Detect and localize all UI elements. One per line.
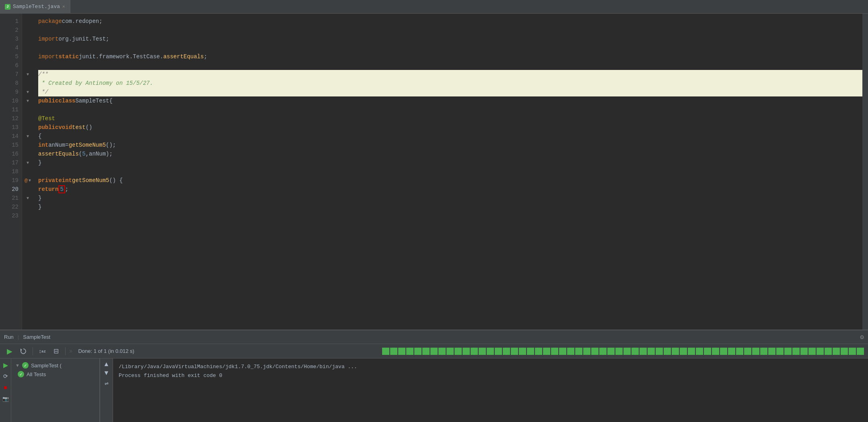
tree-item-sampletest[interactable]: ▼ ✓ SampleTest ( — [11, 361, 99, 370]
gutter-7: ▼ — [22, 70, 33, 79]
line-number-3: 3 — [4, 35, 19, 43]
progress-segment-20 — [543, 348, 550, 355]
progress-segment-50 — [784, 348, 792, 355]
progress-segment-8 — [446, 348, 454, 355]
nav-up-button[interactable]: ▲ — [102, 360, 111, 368]
left-sidebar-icons: ▶ ⟳ ■ 📷 — [0, 358, 11, 422]
run-button[interactable]: ▶ — [4, 346, 15, 357]
progress-segment-41 — [712, 348, 719, 355]
code-line-14: { — [38, 132, 862, 141]
progress-segment-19 — [535, 348, 542, 355]
camera-button[interactable]: 📷 — [1, 394, 10, 404]
line-number-9: 9 — [4, 88, 19, 96]
line-number-18: 18 — [4, 167, 19, 176]
sort-az-button[interactable]: ↕az — [37, 346, 48, 357]
fold-arrow-21[interactable]: ▼ — [27, 196, 29, 201]
gutter-9: ▼ — [22, 88, 33, 96]
gutter-14: ▼ — [22, 132, 33, 141]
tree-arrow-icon: ▼ — [15, 363, 20, 368]
progress-segment-13 — [487, 348, 494, 355]
progress-segment-17 — [519, 348, 526, 355]
java-file-icon: J — [5, 4, 10, 10]
code-container: 1234567891011121314151617181920212223 ▼▼… — [0, 14, 868, 330]
panel-content: ▶ ⟳ ■ 📷 ▼ ✓ SampleTest ( ✓ All Tests ▲ — [0, 358, 868, 422]
tree-label-alltests: All Tests — [27, 371, 46, 377]
code-line-7: /** — [38, 70, 862, 79]
tab-sampletest[interactable]: J SampleTest.java × — [0, 0, 70, 14]
collapse-button[interactable]: ⊟ — [50, 346, 62, 357]
progress-segment-42 — [720, 348, 727, 355]
progress-segment-24 — [575, 348, 582, 355]
rerun2-button[interactable]: ⟳ — [1, 371, 10, 381]
gutter-6 — [22, 61, 33, 70]
progress-segment-10 — [463, 348, 470, 355]
line-number-17: 17 — [4, 158, 19, 167]
panel-separator: | — [18, 334, 19, 340]
line-number-11: 11 — [4, 105, 19, 114]
line-number-16: 16 — [4, 150, 19, 158]
fold-arrow-10[interactable]: ▼ — [27, 99, 29, 103]
stop-button[interactable]: ■ — [1, 383, 10, 392]
code-line-13: public void test() — [38, 123, 862, 132]
tab-close-button[interactable]: × — [62, 4, 65, 9]
fold-arrow-14[interactable]: ▼ — [27, 134, 29, 139]
export-button[interactable]: ⇌ — [103, 380, 110, 387]
gutter-13 — [22, 123, 33, 132]
gutter-17: ▼ — [22, 158, 33, 167]
nav-down-button[interactable]: ▼ — [102, 369, 111, 377]
code-line-11 — [38, 105, 862, 114]
code-content[interactable]: package com.redopen;import org.junit.Tes… — [33, 14, 862, 330]
code-line-21: } — [38, 194, 862, 203]
panel-toolbar: ▶ ↕az ⊟ » Done: 1 of 1 (in 0.012 s) — [0, 344, 868, 358]
nav-col: ▲ ▼ ⇌ — [100, 358, 113, 422]
progress-segment-51 — [792, 348, 800, 355]
console-line-0: /Library/Java/JavaVirtualMachines/jdk1.7… — [119, 363, 862, 371]
test-tree-section: ▶ ⟳ ■ 📷 ▼ ✓ SampleTest ( ✓ All Tests ▲ — [0, 358, 113, 422]
gutter-col: ▼▼▼▼▼@▼▼ — [22, 14, 33, 330]
rerun-left-button[interactable]: ▶ — [1, 360, 10, 370]
progress-segment-22 — [559, 348, 566, 355]
progress-segment-25 — [583, 348, 590, 355]
gutter-5 — [22, 52, 33, 61]
ok-icon-sampletest: ✓ — [22, 362, 29, 369]
line-number-20: 20 — [4, 185, 19, 194]
progress-segment-30 — [623, 348, 631, 355]
fold-arrow-17[interactable]: ▼ — [27, 161, 29, 165]
code-line-17: } — [38, 158, 862, 167]
line-number-8: 8 — [4, 79, 19, 88]
code-line-22: } — [38, 203, 862, 211]
fold-arrow-19[interactable]: ▼ — [29, 178, 31, 183]
gutter-12 — [22, 114, 33, 123]
scrollbar[interactable] — [862, 14, 868, 330]
tree-item-alltests[interactable]: ✓ All Tests — [11, 370, 99, 379]
line-number-6: 6 — [4, 61, 19, 70]
progress-segment-35 — [664, 348, 671, 355]
fold-arrow-7[interactable]: ▼ — [27, 72, 29, 77]
progress-segment-12 — [479, 348, 486, 355]
progress-segment-48 — [768, 348, 775, 355]
code-line-10: public class SampleTest { — [38, 96, 862, 105]
line-number-7: 7 — [4, 70, 19, 79]
status-text: Done: 1 of 1 (in 0.012 s) — [78, 348, 134, 354]
progress-segment-5 — [422, 348, 430, 355]
gutter-20 — [22, 185, 33, 194]
gutter-19: @▼ — [22, 176, 33, 185]
progress-segment-57 — [841, 348, 848, 355]
progress-segment-49 — [776, 348, 784, 355]
line-number-5: 5 — [4, 52, 19, 61]
rerun-button[interactable] — [18, 346, 29, 357]
fold-arrow-9[interactable]: ▼ — [27, 90, 29, 94]
code-line-16: assertEquals(5,anNum); — [38, 150, 862, 158]
test-tree: ▼ ✓ SampleTest ( ✓ All Tests — [11, 358, 100, 422]
panel-settings-icon[interactable]: ⚙ — [860, 333, 864, 341]
progress-segment-15 — [503, 348, 510, 355]
progress-segment-6 — [430, 348, 438, 355]
gutter-3 — [22, 35, 33, 43]
progress-segment-21 — [551, 348, 558, 355]
code-line-9: */ — [38, 88, 862, 96]
progress-segment-1 — [390, 348, 397, 355]
code-line-15: int anNum = getSomeNum5(); — [38, 141, 862, 150]
code-line-8: * Created by Antinomy on 15/5/27. — [38, 79, 862, 88]
line-number-15: 15 — [4, 141, 19, 150]
code-line-19: private int getSomeNum5() { — [38, 176, 862, 185]
